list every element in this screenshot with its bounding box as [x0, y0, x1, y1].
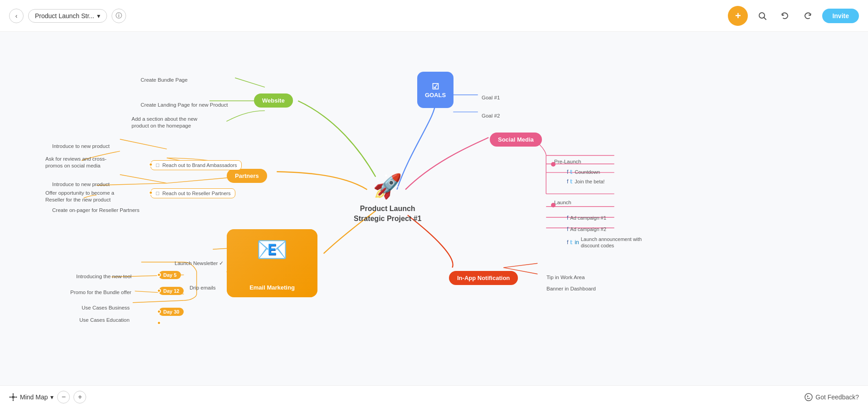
search-button[interactable] [754, 8, 770, 24]
inapp-node[interactable]: In-App Notification [449, 271, 518, 285]
email-label: Email Marketing [249, 284, 295, 291]
beta-label: Join the beta! [575, 179, 605, 184]
announcement-label: Launch announcement with discount codes [581, 236, 658, 249]
zoom-controls: − + [57, 391, 86, 403]
zoom-in-button[interactable]: + [73, 391, 86, 403]
svg-line-26 [133, 300, 184, 303]
facebook-icon: f [567, 226, 568, 232]
redo-button[interactable] [800, 8, 816, 24]
svg-point-32 [13, 393, 14, 394]
ad1-label: Ad campaign #1 [570, 215, 606, 221]
facebook-icon: f [567, 239, 568, 246]
svg-line-1 [764, 17, 766, 20]
email-marketing-node[interactable]: 📧 Email Marketing [227, 229, 317, 297]
goals-icon: ☑ [432, 82, 439, 92]
facebook-icon: f [567, 178, 568, 185]
social-beta: f 𝕥 Join the beta! [567, 178, 605, 185]
feedback-button[interactable]: Got Feedback? [805, 393, 859, 401]
mindmap-label: Mind Map [20, 393, 48, 401]
day30-badge: Day 30 [159, 308, 184, 316]
reseller-opportunity-label: Offer opportunity to become a Reseller f… [45, 190, 122, 203]
feedback-icon [805, 393, 813, 401]
inapp-label: In-App Notification [457, 275, 510, 281]
svg-point-35 [16, 396, 17, 398]
website-node[interactable]: Website [254, 93, 293, 108]
project-title-button[interactable]: Product Launch Str... ▾ [28, 9, 107, 23]
svg-point-34 [10, 396, 11, 398]
reseller-dot [149, 191, 153, 195]
feedback-label: Got Feedback? [815, 393, 859, 401]
info-button[interactable]: ⓘ [112, 9, 126, 23]
launch-dot [551, 203, 556, 207]
twitter-icon: 𝕥 [570, 169, 573, 175]
day30-dot-1 [157, 310, 161, 314]
goals-label: GOALS [425, 92, 446, 98]
central-title: Product Launch Strategic Project #1 [354, 204, 421, 224]
create-landing-label: Create Landing Page for new Product [141, 102, 228, 108]
footer: Mind Map ▾ − + Got Feedback? [0, 385, 868, 408]
twitter-icon: 𝕥 [570, 178, 573, 185]
zoom-out-button[interactable]: − [57, 391, 70, 403]
social-countdown: f 𝕥 Countdown [567, 169, 600, 175]
header: ‹ Product Launch Str... ▾ ⓘ + [0, 0, 868, 32]
promo-bundle-label: Promo for the Bundle offer [70, 290, 132, 295]
svg-line-12 [503, 263, 537, 267]
central-icon: 🚀 [373, 172, 402, 200]
checkbox-icon-2: ☐ [156, 191, 160, 196]
twitter-icon: 𝕥 [570, 239, 573, 246]
checkbox-icon: ☐ [156, 163, 160, 168]
svg-point-36 [805, 393, 812, 401]
goal1-label: Goal #1 [482, 95, 500, 100]
dropdown-icon: ▾ [97, 12, 100, 20]
pre-launch-label: Pre-Launch [554, 159, 581, 164]
day30-dot-2 [157, 321, 161, 325]
project-title-label: Product Launch Str... [35, 12, 94, 20]
header-right: + Invite [728, 6, 859, 26]
goals-node[interactable]: ☑ GOALS [417, 72, 454, 108]
redo-icon [803, 11, 812, 20]
pre-launch-dot [551, 162, 556, 167]
intro-new-product-2: Introduce to new product [52, 182, 110, 187]
launch-newsletter-label: Launch Newsletter ✓ [175, 260, 224, 266]
reseller-partner-box: ☐ Reach out to Reseller Partners [151, 188, 235, 198]
invite-button[interactable]: Invite [822, 9, 859, 23]
goal2-label: Goal #2 [482, 113, 500, 118]
central-node: 🚀 Product Launch Strategic Project #1 [354, 172, 421, 224]
countdown-label: Countdown [575, 169, 600, 175]
canvas: 🚀 Product Launch Strategic Project #1 ☑ … [0, 32, 868, 385]
use-cases-edu-label: Use Cases Education [79, 317, 130, 323]
add-section-label: Add a section about the new product on t… [132, 116, 209, 129]
launch-label: Launch [554, 200, 571, 205]
brand-ambassador-box: ☐ Reach out to Brand Ambassadors [151, 160, 242, 170]
social-media-label: Social Media [498, 136, 534, 143]
day5-dot [157, 273, 161, 277]
svg-line-17 [120, 175, 166, 183]
ask-reviews-label: Ask for reviews and cross-promos on soci… [45, 156, 122, 169]
intro-new-product-1: Introduce to new product [52, 143, 110, 149]
svg-point-27 [12, 396, 15, 398]
mindmap-button[interactable]: Mind Map ▾ [9, 393, 54, 401]
back-button[interactable]: ‹ [9, 9, 24, 23]
search-icon [758, 11, 767, 20]
svg-point-37 [807, 395, 809, 397]
social-media-node[interactable]: Social Media [490, 133, 542, 147]
mindmap-dropdown-icon: ▾ [50, 393, 54, 401]
tip-work-label: Tip in Work Area [546, 275, 585, 280]
day5-badge: Day 5 [159, 271, 181, 279]
undo-button[interactable] [777, 8, 793, 24]
day12-badge: Day 12 [159, 287, 184, 295]
facebook-icon: f [567, 169, 568, 175]
email-illustration: 📧 [256, 235, 288, 265]
linkedin-icon: in [575, 239, 579, 246]
ad2-label: Ad campaign #2 [570, 226, 606, 232]
undo-icon [780, 11, 790, 20]
svg-point-33 [13, 399, 14, 401]
partners-label: Partners [235, 172, 259, 179]
day12-dot [157, 289, 161, 293]
add-button[interactable]: + [728, 6, 748, 26]
ambassador-dot [149, 162, 153, 167]
facebook-icon: f [567, 215, 568, 221]
social-ad1: f Ad campaign #1 [567, 215, 606, 221]
use-cases-business-label: Use Cases Business [82, 305, 130, 310]
partners-node[interactable]: Partners [227, 169, 267, 183]
